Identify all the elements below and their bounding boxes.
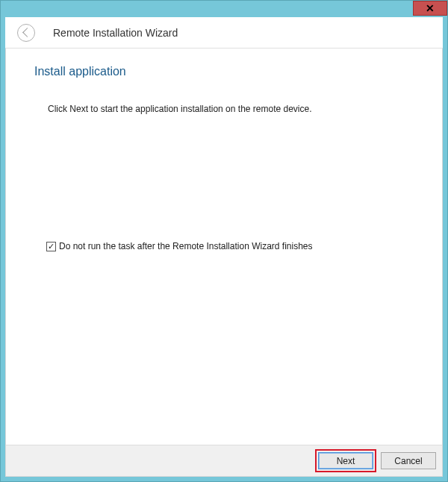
- instruction-text: Click Next to start the application inst…: [6, 78, 442, 114]
- header: Remote Installation Wizard: [5, 17, 443, 48]
- close-button[interactable]: ✕: [413, 1, 447, 16]
- content-area: Install application Click Next to start …: [5, 48, 443, 477]
- cancel-button[interactable]: Cancel: [381, 452, 436, 469]
- checkbox-label: Do not run the task after the Remote Ins…: [59, 241, 313, 251]
- button-bar: Next Cancel: [6, 445, 442, 476]
- back-button[interactable]: [17, 24, 35, 42]
- next-button[interactable]: Next: [318, 452, 373, 469]
- do-not-run-checkbox[interactable]: ✓: [46, 242, 56, 251]
- back-arrow-icon: [22, 28, 32, 37]
- checkmark-icon: ✓: [48, 242, 55, 251]
- page-heading: Install application: [6, 48, 442, 78]
- window-title: Remote Installation Wizard: [53, 27, 178, 39]
- wizard-window: ✕ Remote Installation Wizard Install app…: [0, 0, 448, 482]
- next-button-highlight: Next: [315, 449, 376, 472]
- close-icon: ✕: [426, 3, 435, 13]
- titlebar: ✕: [1, 1, 447, 17]
- checkbox-row: ✓ Do not run the task after the Remote I…: [6, 241, 442, 251]
